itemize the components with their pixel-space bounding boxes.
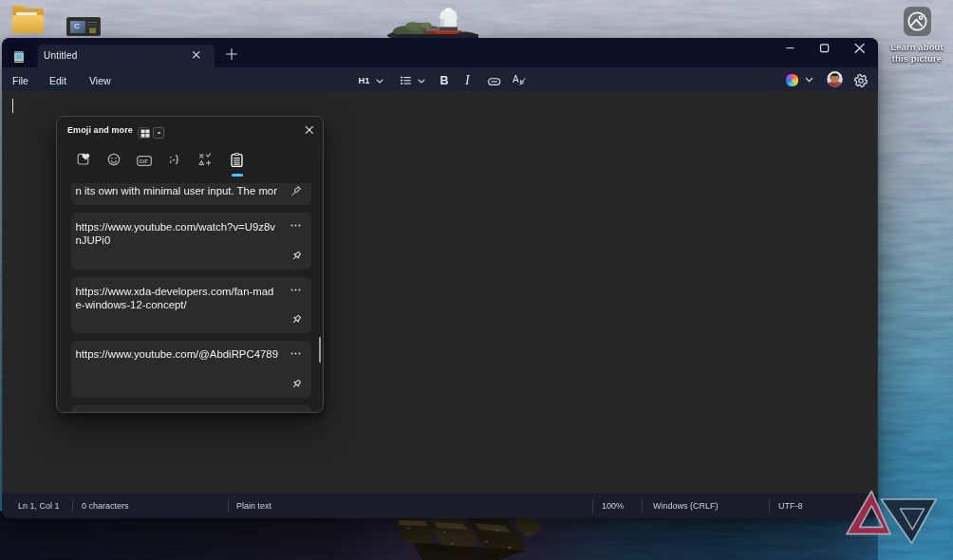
svg-text:GIF: GIF — [140, 159, 149, 164]
svg-text:A: A — [513, 74, 519, 84]
